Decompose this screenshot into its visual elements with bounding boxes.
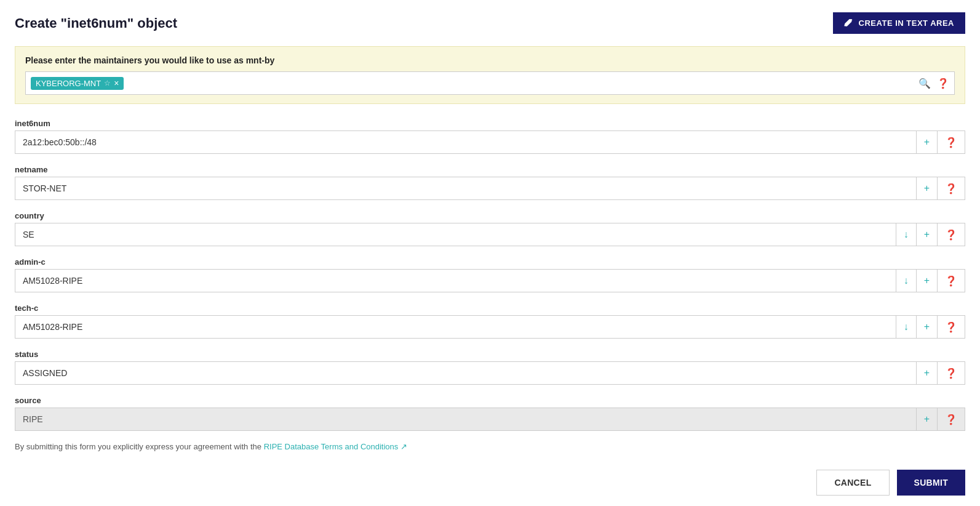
mnt-banner-label: Please enter the maintainers you would l… bbox=[25, 55, 955, 65]
field-input-source bbox=[15, 408, 916, 430]
field-help-btn-status[interactable]: ❓ bbox=[937, 362, 965, 384]
field-actions-inet6num: + ❓ bbox=[916, 131, 965, 153]
field-label-country: country bbox=[15, 211, 965, 220]
field-row-country: ↓ + ❓ bbox=[15, 223, 965, 246]
field-add-btn-status[interactable]: + bbox=[917, 362, 937, 384]
field-group-netname: netname + ❓ bbox=[15, 165, 965, 200]
mnt-tag-close-icon[interactable]: × bbox=[114, 79, 119, 87]
terms-link-text: RIPE Database Terms and Conditions bbox=[264, 442, 399, 451]
mnt-banner: Please enter the maintainers you would l… bbox=[15, 46, 965, 104]
field-add-btn-tech-c[interactable]: + bbox=[916, 316, 937, 338]
field-actions-source: + ❓ bbox=[916, 408, 965, 430]
field-row-netname: + ❓ bbox=[15, 177, 965, 200]
create-text-area-label: CREATE IN TEXT AREA bbox=[859, 18, 954, 28]
field-add-btn-netname[interactable]: + bbox=[917, 177, 937, 199]
field-help-btn-admin-c[interactable]: ❓ bbox=[937, 270, 965, 292]
field-dropdown-btn-country[interactable]: ↓ bbox=[896, 223, 916, 246]
mnt-icons: 🔍 ❓ bbox=[918, 78, 949, 89]
field-group-admin-c: admin-c ↓ + ❓ bbox=[15, 257, 965, 292]
field-help-btn-country[interactable]: ❓ bbox=[937, 223, 965, 246]
field-row-status: + ❓ bbox=[15, 361, 965, 385]
mnt-help-icon[interactable]: ❓ bbox=[937, 78, 949, 89]
field-add-btn-source[interactable]: + bbox=[917, 408, 937, 430]
footer-actions: CANCEL SUBMIT bbox=[15, 470, 965, 496]
field-dropdown-btn-admin-c[interactable]: ↓ bbox=[896, 270, 916, 292]
fields-container: inet6num + ❓ netname + ❓ country bbox=[15, 119, 965, 431]
field-actions-status: + ❓ bbox=[916, 362, 965, 384]
page-title: Create "inet6num" object bbox=[15, 15, 177, 31]
field-input-tech-c[interactable] bbox=[15, 316, 896, 338]
mnt-input-row[interactable]: KYBERORG-MNT ☆ × 🔍 ❓ bbox=[25, 71, 955, 95]
mnt-tag-star-icon: ☆ bbox=[104, 79, 111, 87]
field-input-country[interactable] bbox=[15, 223, 896, 246]
field-label-status: status bbox=[15, 350, 965, 359]
mnt-tag-value: KYBERORG-MNT bbox=[36, 79, 101, 88]
field-label-netname: netname bbox=[15, 165, 965, 174]
submit-button[interactable]: SUBMIT bbox=[897, 470, 965, 496]
field-add-btn-inet6num[interactable]: + bbox=[917, 131, 937, 153]
field-actions-tech-c: ↓ + ❓ bbox=[896, 316, 965, 338]
field-add-btn-admin-c[interactable]: + bbox=[916, 270, 937, 292]
field-actions-country: ↓ + ❓ bbox=[896, 223, 965, 246]
terms-prefix: By submitting this form you explicitly e… bbox=[15, 442, 264, 451]
field-group-source: source + ❓ bbox=[15, 396, 965, 431]
header: Create "inet6num" object CREATE IN TEXT … bbox=[15, 12, 965, 34]
field-add-btn-country[interactable]: + bbox=[916, 223, 937, 246]
field-help-btn-inet6num[interactable]: ❓ bbox=[937, 131, 965, 153]
page-container: Create "inet6num" object CREATE IN TEXT … bbox=[0, 0, 980, 506]
cancel-button[interactable]: CANCEL bbox=[816, 470, 889, 496]
field-group-status: status + ❓ bbox=[15, 350, 965, 385]
field-input-admin-c[interactable] bbox=[15, 270, 896, 292]
field-row-tech-c: ↓ + ❓ bbox=[15, 315, 965, 339]
terms-text: By submitting this form you explicitly e… bbox=[15, 442, 965, 451]
create-in-text-area-button[interactable]: CREATE IN TEXT AREA bbox=[833, 12, 965, 34]
field-label-source: source bbox=[15, 396, 965, 405]
mnt-search-icon[interactable]: 🔍 bbox=[918, 78, 931, 89]
field-label-admin-c: admin-c bbox=[15, 257, 965, 267]
field-dropdown-btn-tech-c[interactable]: ↓ bbox=[896, 316, 916, 338]
field-actions-netname: + ❓ bbox=[916, 177, 965, 199]
field-group-inet6num: inet6num + ❓ bbox=[15, 119, 965, 154]
field-help-btn-tech-c[interactable]: ❓ bbox=[937, 316, 965, 338]
field-actions-admin-c: ↓ + ❓ bbox=[896, 270, 965, 292]
field-row-source: + ❓ bbox=[15, 408, 965, 431]
field-label-tech-c: tech-c bbox=[15, 303, 965, 313]
field-input-inet6num[interactable] bbox=[15, 131, 916, 153]
field-input-status[interactable] bbox=[15, 362, 916, 384]
field-row-inet6num: + ❓ bbox=[15, 131, 965, 154]
terms-link[interactable]: RIPE Database Terms and Conditions ↗ bbox=[264, 442, 407, 451]
field-group-country: country ↓ + ❓ bbox=[15, 211, 965, 246]
mnt-tag: KYBERORG-MNT ☆ × bbox=[31, 77, 124, 90]
field-help-btn-netname[interactable]: ❓ bbox=[937, 177, 965, 199]
edit-icon bbox=[844, 19, 853, 28]
field-input-netname[interactable] bbox=[15, 177, 916, 199]
field-help-btn-source[interactable]: ❓ bbox=[937, 408, 965, 430]
field-label-inet6num: inet6num bbox=[15, 119, 965, 128]
field-row-admin-c: ↓ + ❓ bbox=[15, 269, 965, 292]
field-group-tech-c: tech-c ↓ + ❓ bbox=[15, 303, 965, 339]
